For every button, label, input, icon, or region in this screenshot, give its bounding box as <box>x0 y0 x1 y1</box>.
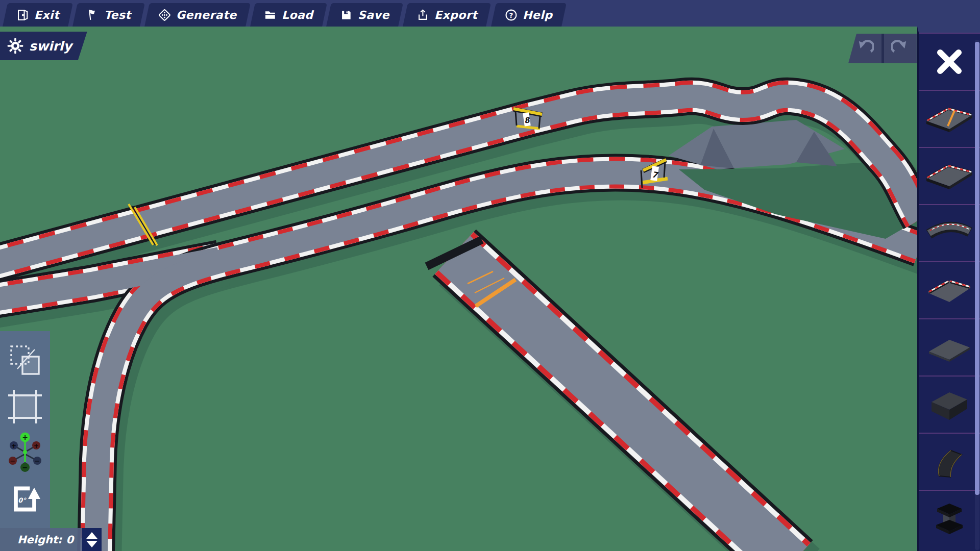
redo-button[interactable] <box>884 34 917 63</box>
export-button[interactable]: Export <box>403 3 491 27</box>
piece-flat-tile[interactable] <box>919 318 980 375</box>
save-button[interactable]: Save <box>326 3 403 27</box>
piece-block[interactable] <box>919 375 980 433</box>
svg-text:+: + <box>11 442 16 449</box>
piece-curved-wall[interactable] <box>919 433 980 490</box>
piece-curved-road[interactable] <box>919 204 980 261</box>
palette-scrollbar-thumb[interactable] <box>975 42 979 495</box>
export-icon <box>416 9 429 21</box>
height-label: Height: <box>0 534 62 546</box>
test-button[interactable]: Test <box>72 3 144 27</box>
editor-canvas[interactable]: 8 7 <box>0 27 980 551</box>
move-axis-gizmo-icon: + + + − − − <box>5 432 45 473</box>
height-value: 0 <box>62 534 74 546</box>
generate-button[interactable]: Generate <box>144 3 250 27</box>
close-icon <box>934 46 965 78</box>
palette-scrollbar[interactable] <box>975 40 979 550</box>
height-bar: Height: 0 <box>0 528 102 551</box>
flag-icon <box>86 9 99 21</box>
top-toolbar: Exit Test Generate Load Save Export ? He… <box>0 0 980 27</box>
svg-text:+: + <box>22 433 28 441</box>
load-label: Load <box>282 9 313 21</box>
svg-text:−: − <box>22 464 28 471</box>
rotate-tool[interactable]: 0° <box>3 477 47 521</box>
piece-start-line[interactable] <box>919 90 980 147</box>
exit-label: Exit <box>34 9 59 21</box>
block-thumbnail <box>924 379 975 430</box>
piece-palette <box>917 27 980 551</box>
curved-wall-thumbnail <box>924 436 975 487</box>
move-axis-tool[interactable]: + + + − − − <box>3 431 47 474</box>
edit-tool-column: + + + − − − 0° <box>0 331 50 528</box>
rotate-angle-label: 0° <box>18 496 27 504</box>
svg-text:+: + <box>34 442 39 449</box>
piece-curb-corner[interactable] <box>919 261 980 318</box>
help-label: Help <box>523 9 553 21</box>
close-palette-button[interactable] <box>919 33 980 90</box>
straight-road-thumbnail <box>924 151 975 202</box>
height-down-icon[interactable] <box>86 541 97 547</box>
marquee-select-tool[interactable] <box>3 338 47 382</box>
help-button[interactable]: ? Help <box>491 3 566 27</box>
floppy-icon <box>340 9 353 21</box>
track-name-chip[interactable]: swirly <box>0 32 87 60</box>
curb-corner-road-thumbnail <box>924 265 975 316</box>
flat-tile-thumbnail <box>924 322 975 373</box>
export-label: Export <box>434 9 477 21</box>
exit-button[interactable]: Exit <box>3 3 73 27</box>
marquee-select-icon <box>7 342 43 378</box>
svg-text:−: − <box>35 457 40 465</box>
svg-text:−: − <box>10 457 16 465</box>
piece-pillar[interactable] <box>919 490 980 547</box>
height-stepper[interactable] <box>82 528 102 551</box>
area-frame-tool[interactable] <box>3 385 47 429</box>
history-controls <box>848 34 917 63</box>
help-icon: ? <box>505 9 518 21</box>
undo-arrow-icon <box>855 39 874 58</box>
curved-road-thumbnail <box>924 208 975 259</box>
height-up-icon[interactable] <box>86 532 97 539</box>
generate-label: Generate <box>176 9 237 21</box>
dice-icon <box>158 9 171 21</box>
piece-straight-road[interactable] <box>919 147 980 204</box>
pillar-thumbnail <box>924 493 975 544</box>
test-label: Test <box>104 9 131 21</box>
svg-text:?: ? <box>509 11 513 19</box>
load-button[interactable]: Load <box>250 3 327 27</box>
track-name-label: swirly <box>29 39 72 54</box>
area-frame-icon <box>6 388 44 425</box>
start-line-road-thumbnail <box>924 93 975 144</box>
door-icon <box>16 9 29 21</box>
redo-arrow-icon <box>891 39 910 58</box>
gear-icon <box>7 38 23 54</box>
save-label: Save <box>358 9 389 21</box>
folder-icon <box>264 9 277 21</box>
rotate-arrow-icon: 0° <box>4 480 46 518</box>
